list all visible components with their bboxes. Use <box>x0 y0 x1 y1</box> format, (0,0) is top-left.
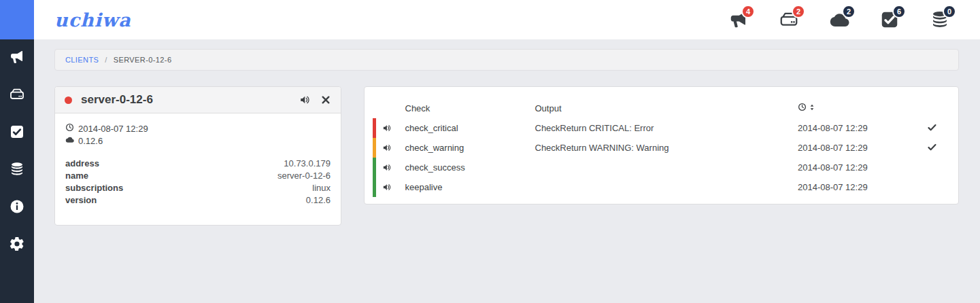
check-time: 2014-08-07 12:29 <box>798 177 927 197</box>
column-header-check[interactable]: Check <box>405 98 535 118</box>
breadcrumb-current: SERVER-0-12-6 <box>114 56 172 64</box>
check-output: CheckReturn WARNING: Warning <box>535 138 798 158</box>
clients-count-badge: 2 <box>792 5 805 18</box>
sort-by-time-control[interactable] <box>798 103 816 111</box>
silence-check-icon[interactable] <box>382 123 405 133</box>
cloud-icon <box>65 135 74 147</box>
check-time: 2014-08-07 12:29 <box>798 158 927 177</box>
property-label: subscriptions <box>65 182 123 194</box>
silence-check-icon[interactable] <box>382 143 405 153</box>
database-icon <box>9 161 25 180</box>
checks-count-badge: 6 <box>892 5 906 18</box>
client-agent-version: 0.12.6 <box>78 135 103 147</box>
sidebar-item-clients[interactable] <box>0 77 34 114</box>
clock-icon <box>65 123 74 135</box>
client-properties: address 10.73.0.179 name server-0-12-6 s… <box>65 158 331 207</box>
check-output <box>535 158 798 177</box>
events-count-badge: 4 <box>741 5 755 18</box>
clients-notification[interactable]: 2 <box>779 10 799 30</box>
check-name[interactable]: check_success <box>405 158 535 177</box>
check-name[interactable]: keepalive <box>405 177 535 197</box>
property-row-name: name server-0-12-6 <box>65 170 331 182</box>
check-name[interactable]: check_warning <box>405 138 535 158</box>
sidebar-nav <box>0 39 34 264</box>
checks-header-row: Check Output <box>375 98 945 118</box>
property-row-subscriptions: subscriptions linux <box>65 182 331 194</box>
sort-icon <box>808 103 816 111</box>
check-row-warning[interactable]: check_warning CheckReturn WARNING: Warni… <box>375 138 945 158</box>
header-notifications: 4 2 2 6 0 <box>728 10 950 30</box>
check-output: CheckReturn CRITICAL: Error <box>535 118 798 138</box>
check-name[interactable]: check_critical <box>405 118 535 138</box>
property-row-address: address 10.73.0.179 <box>65 158 331 170</box>
events-notification[interactable]: 4 <box>728 10 749 30</box>
info-icon <box>9 198 25 217</box>
sidebar-item-events[interactable] <box>0 39 34 77</box>
uchiwa-logo[interactable]: uchiwa <box>54 10 131 31</box>
client-version-line: 0.12.6 <box>65 135 331 147</box>
harddrive-icon <box>9 86 25 105</box>
checks-table: Check Output check_c <box>373 98 945 197</box>
property-label: address <box>65 158 99 170</box>
checkmark-icon[interactable] <box>927 124 937 135</box>
breadcrumb-separator: / <box>105 56 107 64</box>
property-value: 10.73.0.179 <box>284 158 331 170</box>
property-label: version <box>65 194 97 207</box>
client-timestamp: 2014-08-07 12:29 <box>78 123 148 135</box>
column-header-time[interactable] <box>798 98 927 118</box>
property-row-version: version 0.12.6 <box>65 194 331 207</box>
client-card: server-0-12-6 2014-08-07 12:29 0.12.6 <box>54 86 341 226</box>
close-icon[interactable] <box>320 94 331 105</box>
check-time: 2014-08-07 12:29 <box>798 118 927 138</box>
main-content: CLIENTS/SERVER-0-12-6 server-0-12-6 2014… <box>34 39 980 226</box>
clock-icon <box>798 103 807 111</box>
breadcrumb: CLIENTS/SERVER-0-12-6 <box>54 49 959 71</box>
stashes-notification[interactable]: 0 <box>930 10 950 30</box>
property-value: server-0-12-6 <box>277 170 331 182</box>
property-value: linux <box>312 182 331 194</box>
client-card-body: 2014-08-07 12:29 0.12.6 address 10.73.0.… <box>55 113 341 225</box>
property-value: 0.12.6 <box>306 194 331 207</box>
bullhorn-icon <box>9 49 25 68</box>
check-row-keepalive[interactable]: keepalive 2014-08-07 12:29 <box>375 177 945 197</box>
checks-panel: Check Output check_c <box>364 86 959 204</box>
check-time: 2014-08-07 12:29 <box>798 138 927 158</box>
column-header-output[interactable]: Output <box>535 98 798 118</box>
sidebar-active-highlight <box>0 0 34 39</box>
check-square-icon <box>9 124 25 143</box>
checkmark-icon[interactable] <box>927 144 937 154</box>
stashes-count-badge: 0 <box>943 5 956 18</box>
sidebar-item-stashes[interactable] <box>0 152 34 189</box>
checks-notification[interactable]: 6 <box>879 10 900 30</box>
client-last-seen: 2014-08-07 12:29 <box>65 123 331 135</box>
sidebar-item-checks[interactable] <box>0 114 34 152</box>
check-output <box>535 177 798 197</box>
silence-client-icon[interactable] <box>299 94 311 106</box>
client-card-header: server-0-12-6 <box>55 87 341 113</box>
aggregates-count-badge: 2 <box>842 5 856 18</box>
check-row-success[interactable]: check_success 2014-08-07 12:29 <box>375 158 945 177</box>
property-label: name <box>65 170 88 182</box>
aggregates-notification[interactable]: 2 <box>829 10 849 30</box>
silence-check-icon[interactable] <box>382 162 405 173</box>
top-header: uchiwa 4 2 2 6 0 <box>34 0 980 39</box>
breadcrumb-clients-link[interactable]: CLIENTS <box>65 56 99 64</box>
sidebar <box>0 0 34 303</box>
critical-status-dot <box>65 96 72 104</box>
gear-icon <box>9 236 25 255</box>
sidebar-item-settings[interactable] <box>0 226 34 264</box>
client-title: server-0-12-6 <box>81 93 153 107</box>
silence-check-icon[interactable] <box>382 182 405 192</box>
sidebar-item-info[interactable] <box>0 189 34 226</box>
check-row-critical[interactable]: check_critical CheckReturn CRITICAL: Err… <box>375 118 945 138</box>
